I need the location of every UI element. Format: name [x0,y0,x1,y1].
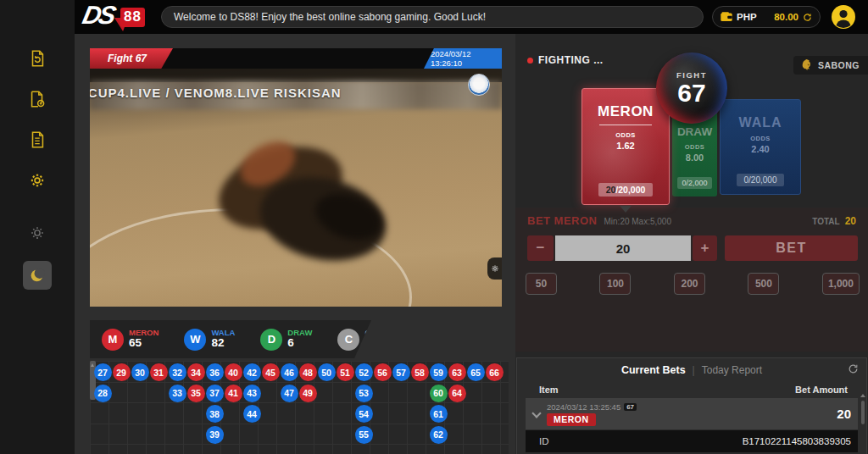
bet-id-value: B1710221145803839305 [743,436,851,446]
money-report-icon[interactable] [23,85,52,114]
welcome-text: Welcome to DS88! Enjoy the best online s… [174,11,486,23]
result-circle: 64 [448,385,466,402]
tab-separator: | [693,364,695,376]
dark-mode-icon[interactable] [23,261,52,290]
logo-ds-text: DS [80,1,116,30]
meron-pool: 20/20,000 [598,183,654,197]
result-circle: 49 [299,385,317,402]
quick-amount-button[interactable]: 50 [526,273,557,295]
bet-row-info: 2024/03/12 13:25:45 67 MERON [547,402,637,426]
sidebar [0,0,75,454]
betting-panel: FIGHTING ... SABONG FIGHT 67 MERON ODDS … [515,34,868,454]
meron-odds-value: 1.62 [616,141,634,151]
bets-scrollbar[interactable] [861,401,865,424]
quick-amount-button[interactable]: 100 [599,273,631,295]
tab-today-report[interactable]: Today Report [702,364,762,376]
result-circle: 44 [243,405,261,423]
light-mode-icon[interactable] [23,219,52,247]
summary-letter-circle: M [102,329,124,351]
logo-88-text: 88 [120,8,145,27]
total-label: TOTAL [812,217,839,226]
column-item: Item [539,385,559,395]
chevron-down-icon[interactable] [531,408,541,418]
topbar: DS 88 Welcome to DS88! Enjoy the best on… [75,0,868,34]
result-circle: 47 [281,385,298,402]
wallet-icon [721,12,732,22]
bet-side-badge: MERON [547,413,596,426]
increase-bet-button[interactable]: + [693,235,717,261]
current-bets-panel: Current Bets | Today Report Item Bet Amo… [516,357,867,454]
decrease-bet-button[interactable]: − [527,235,554,261]
fight-status: FIGHTING ... [527,54,604,66]
currency-label: PHP [737,12,757,22]
wala-pool: 0/20,000 [737,174,785,186]
result-circle: 46 [281,363,298,381]
result-circle: 29 [113,363,131,381]
fight-number-badge: Fight 67 [90,48,173,69]
current-bets-header: Current Bets | Today Report [517,358,866,381]
bet-amount-value: 20 [837,407,851,421]
bet-info-bar: BET MERON Min:20 Max:5,000 TOTAL 20 [527,214,856,227]
wala-card[interactable]: WALA ODDS 2.40 0/20,000 [720,99,801,195]
result-circle: 66 [486,363,504,381]
status-text: FIGHTING ... [538,54,604,66]
summary-count: 82 [211,337,235,349]
fight-circle: FIGHT 67 [656,53,727,124]
bet-button[interactable]: BET [725,235,858,261]
bet-stepper: − + BET [527,235,858,261]
meron-card[interactable]: MERON ODDS 1.62 20/20,000 [581,88,670,205]
wala-odds-label: ODDS [750,135,771,142]
quick-amount-button[interactable]: 200 [674,273,705,295]
wala-title: WALA [738,115,782,130]
result-circle: 28 [94,385,112,402]
result-circle: 43 [243,385,261,402]
summary-letter-circle: W [184,329,206,351]
selected-card-pointer [620,206,632,213]
refresh-bets-icon[interactable] [848,363,859,374]
result-circle: 34 [187,363,205,381]
bet-row[interactable]: 2024/03/12 13:25:45 67 MERON 20 [526,398,858,429]
status-dot [527,58,533,64]
sabong-badge[interactable]: SABONG [793,56,868,75]
summary-count: 65 [129,337,159,349]
draw-odds-label: ODDS [685,143,705,151]
ds88-logo[interactable]: DS 88 [83,3,149,31]
quick-amounts: 501002005001,000 [526,273,860,295]
summary-letter-circle: C [337,329,359,351]
result-circle: 60 [430,385,448,402]
summary-item: CCANCEL4 [337,329,398,351]
stream-timestamp-badge: 2024/03/12 13:26:10 [424,48,502,69]
result-circle: 52 [355,363,373,381]
video-settings-tab[interactable] [487,257,502,280]
column-bet-amount: Bet Amount [795,385,848,395]
bet-amount-input[interactable] [555,235,691,261]
result-circle: 63 [448,363,466,381]
rules-icon[interactable] [23,125,52,154]
rooster-icon [800,58,814,72]
result-circle: 45 [262,363,280,381]
draw-title: DRAW [677,125,712,138]
video-section: Fight 67 2024/03/12 13:26:10 UCUP4.LIVE … [90,48,502,307]
bets-table-header: Item Bet Amount [517,381,866,397]
settings-icon[interactable] [23,166,52,195]
bet-records-icon[interactable] [23,44,52,73]
bet-time: 2024/03/12 13:25:45 [547,402,620,412]
refresh-balance-icon[interactable] [803,13,812,22]
result-circle: 37 [206,385,224,402]
stream-watermark: UCUP4.LIVE / VENOM8.LIVE RISKISAN [90,86,502,100]
draw-odds-value: 8.00 [686,152,704,163]
result-circle: 38 [206,405,224,423]
quick-amount-button[interactable]: 500 [748,273,779,295]
summary-item: DDRAW6 [260,329,312,351]
result-circle: 59 [430,363,448,381]
quick-amount-button[interactable]: 1,000 [822,273,860,295]
result-circle: 40 [225,363,242,381]
avatar[interactable] [831,4,856,30]
tab-current-bets[interactable]: Current Bets [621,364,686,376]
result-circle: 35 [187,385,205,402]
sabong-label: SABONG [818,60,860,70]
draw-pool: 0/2,000 [677,177,711,189]
summary-count: 4 [364,337,398,349]
meron-my-bet: 20 [606,185,616,195]
balance-pill[interactable]: PHP 80.00 [712,6,821,28]
